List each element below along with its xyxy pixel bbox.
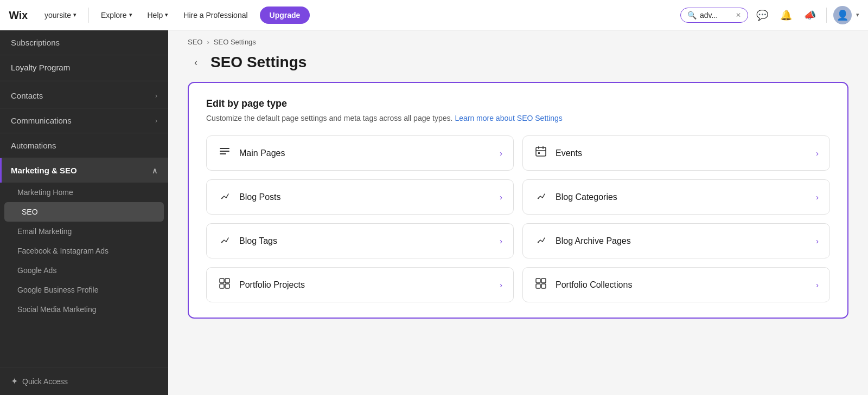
svg-rect-15: [220, 284, 224, 288]
sidebar-item-label: Social Media Marketing: [17, 305, 97, 314]
svg-rect-17: [536, 279, 540, 283]
events-icon: [534, 146, 548, 160]
page-type-blog-posts[interactable]: Blog Posts ›: [206, 179, 514, 215]
sidebar-sub-google-ads[interactable]: Google Ads: [0, 261, 168, 280]
site-name: yoursite: [44, 11, 71, 20]
page-type-left: Blog Tags: [218, 234, 277, 248]
card-title: Edit by page type: [206, 98, 830, 109]
svg-rect-1: [220, 148, 229, 149]
breadcrumb-seo[interactable]: SEO: [188, 38, 202, 46]
chevron-right-icon: ›: [155, 92, 157, 100]
svg-rect-13: [220, 279, 224, 283]
svg-rect-19: [536, 284, 540, 288]
svg-rect-16: [225, 284, 229, 288]
megaphone-icon: 📣: [804, 9, 816, 21]
upgrade-button[interactable]: Upgrade: [260, 7, 310, 24]
learn-more-link[interactable]: Learn more about SEO Settings: [455, 114, 562, 122]
search-box[interactable]: 🔍 ✕: [680, 8, 748, 23]
chevron-down-icon: ▾: [73, 11, 76, 18]
page-type-blog-tags[interactable]: Blog Tags ›: [206, 223, 514, 258]
page-type-grid: Main Pages ›: [206, 135, 830, 302]
chevron-up-icon: ∧: [152, 166, 157, 175]
page-type-portfolio-projects[interactable]: Portfolio Projects ›: [206, 267, 514, 302]
sidebar-sub-social-media[interactable]: Social Media Marketing: [0, 300, 168, 319]
sidebar-item-contacts[interactable]: Contacts ›: [0, 83, 168, 108]
sidebar-item-label: Automations: [11, 141, 56, 150]
close-icon[interactable]: ✕: [736, 11, 741, 19]
svg-rect-8: [538, 152, 540, 154]
blog-categories-icon: [534, 190, 548, 204]
bell-icon: 🔔: [780, 9, 792, 21]
blog-posts-label: Blog Posts: [239, 192, 280, 202]
site-selector[interactable]: yoursite ▾: [39, 9, 82, 22]
svg-point-12: [538, 242, 539, 243]
chevron-right-icon: ›: [816, 148, 819, 158]
sidebar-item-label: Subscriptions: [11, 38, 60, 47]
chevron-down-icon: ▾: [129, 11, 132, 18]
sidebar-item-communications[interactable]: Communications ›: [0, 108, 168, 133]
sidebar-item-loyalty[interactable]: Loyalty Program: [0, 55, 168, 81]
portfolio-collections-icon: [534, 277, 548, 292]
sidebar-item-label: SEO: [22, 208, 38, 216]
chevron-right-icon: ›: [816, 192, 819, 202]
help-menu[interactable]: Help ▾: [142, 8, 174, 23]
sidebar-sub-facebook-ads[interactable]: Facebook & Instagram Ads: [0, 241, 168, 261]
page-type-main-pages[interactable]: Main Pages ›: [206, 135, 514, 171]
svg-rect-4: [536, 147, 546, 156]
breadcrumb: SEO › SEO Settings: [168, 30, 868, 48]
svg-point-10: [538, 198, 539, 199]
page-type-blog-categories[interactable]: Blog Categories ›: [522, 179, 830, 215]
portfolio-projects-label: Portfolio Projects: [239, 280, 305, 290]
svg-rect-2: [220, 151, 229, 152]
chevron-right-icon: ›: [500, 148, 502, 158]
announcements-button[interactable]: 📣: [800, 5, 820, 25]
page-type-blog-archive[interactable]: Blog Archive Pages ›: [522, 223, 830, 258]
sidebar-item-subscriptions[interactable]: Subscriptions: [0, 30, 168, 55]
sidebar-sub-email-marketing[interactable]: Email Marketing: [0, 222, 168, 241]
wix-logo[interactable]: Wix: [9, 9, 30, 21]
sidebar-item-automations[interactable]: Automations: [0, 133, 168, 158]
explore-menu[interactable]: Explore ▾: [95, 8, 137, 23]
top-navigation: Wix yoursite ▾ Explore ▾ Help ▾ Hire a P…: [0, 0, 868, 30]
nav-divider-2: [826, 8, 827, 23]
svg-point-11: [221, 242, 222, 243]
hire-professional-menu[interactable]: Hire a Professional: [178, 8, 253, 23]
blog-tags-icon: [218, 234, 232, 248]
sidebar-item-marketing-seo[interactable]: Marketing & SEO ∧: [0, 158, 168, 183]
portfolio-projects-icon: [218, 277, 232, 292]
sidebar-sub-marketing-home[interactable]: Marketing Home: [0, 183, 168, 202]
page-type-left: Blog Archive Pages: [534, 234, 631, 248]
notifications-button[interactable]: 🔔: [776, 5, 796, 25]
svg-rect-20: [541, 284, 546, 288]
blog-posts-icon: [218, 190, 232, 204]
chevron-down-icon[interactable]: ▾: [856, 11, 859, 18]
sidebar-item-label: Marketing & SEO: [11, 166, 77, 175]
page-header: ‹ SEO Settings: [168, 48, 868, 82]
search-input[interactable]: [700, 11, 732, 20]
page-type-events[interactable]: Events ›: [522, 135, 830, 171]
sidebar-sub-seo[interactable]: SEO: [4, 202, 164, 222]
page-type-portfolio-collections[interactable]: Portfolio Collections ›: [522, 267, 830, 302]
user-avatar[interactable]: 👤: [833, 6, 852, 24]
seo-settings-card: Edit by page type Customize the default …: [188, 82, 848, 319]
blog-tags-label: Blog Tags: [239, 236, 277, 246]
page-type-left: Blog Posts: [218, 190, 280, 204]
portfolio-collections-label: Portfolio Collections: [556, 280, 632, 290]
page-type-left: Main Pages: [218, 146, 285, 160]
breadcrumb-seo-settings[interactable]: SEO Settings: [214, 38, 256, 46]
main-pages-icon: [218, 146, 232, 160]
chevron-right-icon: ›: [816, 280, 819, 289]
page-title: SEO Settings: [210, 54, 307, 71]
sidebar-quick-access[interactable]: ✦ Quick Access: [0, 367, 168, 395]
back-button[interactable]: ‹: [188, 54, 204, 70]
chevron-down-icon: ▾: [165, 11, 168, 18]
sidebar-item-label: Loyalty Program: [11, 63, 70, 72]
body-layout: Subscriptions Loyalty Program Contacts ›…: [0, 30, 868, 395]
sidebar-item-label: Communications: [11, 116, 72, 125]
sidebar-item-label: Facebook & Instagram Ads: [17, 247, 108, 255]
nav-divider-1: [88, 8, 89, 23]
page-type-left: Portfolio Projects: [218, 277, 305, 292]
help-label: Help: [148, 11, 163, 20]
chat-icon-button[interactable]: 💬: [752, 5, 772, 25]
sidebar-sub-google-business[interactable]: Google Business Profile: [0, 280, 168, 300]
